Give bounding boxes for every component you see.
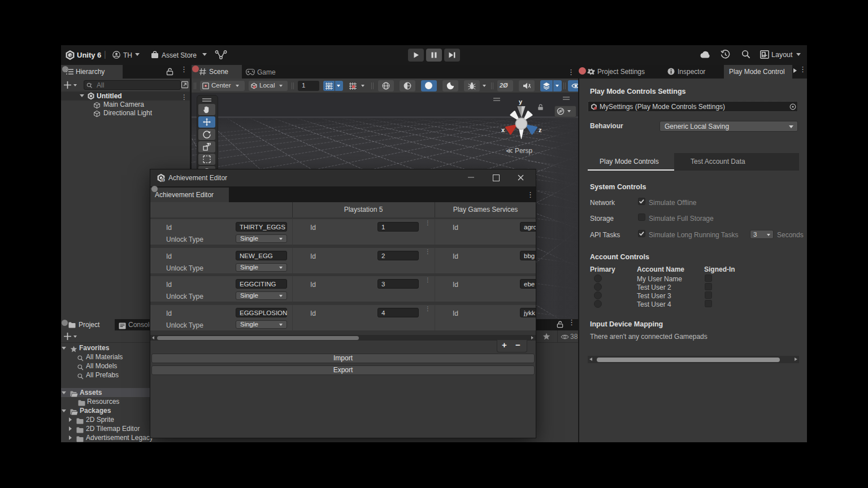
svg-text:z: z <box>539 127 542 133</box>
svg-text:y: y <box>519 100 523 105</box>
svg-text:x: x <box>501 127 505 133</box>
